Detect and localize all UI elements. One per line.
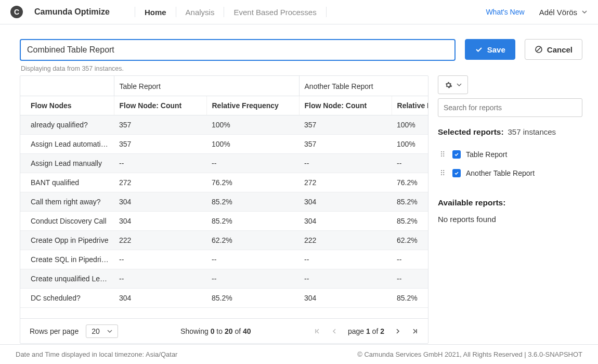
table-cell: 85.2% xyxy=(392,289,428,308)
chevron-down-icon xyxy=(581,9,588,15)
showing-text: Showing 0 to 20 of 40 xyxy=(180,327,251,335)
table-cell: DC scheduled? xyxy=(20,289,114,308)
page-first-button[interactable] xyxy=(314,328,321,335)
table-cell: 100% xyxy=(392,115,428,135)
col-count-2[interactable]: Flow Node: Count xyxy=(299,96,392,115)
combined-table: Table Report Another Table Report Flow N… xyxy=(20,75,428,344)
report-config-sidebar: Selected reports: 357 instances ⠿Table R… xyxy=(438,75,582,344)
table-row: Conduct Discovery Call30485.2%30485.2% xyxy=(20,212,428,231)
title-bar: Displaying data from 357 instances. Save… xyxy=(0,24,598,75)
table-cell: 272 xyxy=(299,173,392,192)
timezone-text: Date and Time displayed in local timezon… xyxy=(16,350,177,358)
report-title-input[interactable] xyxy=(20,39,456,61)
table-cell: Create SQL in Pipedrive xyxy=(20,250,114,269)
whats-new-link[interactable]: What's New xyxy=(486,8,524,16)
table-cell: 85.2% xyxy=(206,289,299,308)
table-cell: -- xyxy=(299,154,392,173)
page-next-button[interactable] xyxy=(395,328,401,334)
table-cell: 357 xyxy=(114,115,206,135)
rows-per-page-select[interactable]: 20 xyxy=(86,324,118,338)
report-checkbox[interactable] xyxy=(452,169,461,177)
cancel-button-label: Cancel xyxy=(547,45,573,54)
table-cell: -- xyxy=(114,250,206,269)
table-cell: 62.2% xyxy=(392,231,428,250)
no-reports-found: No reports found xyxy=(438,215,582,224)
table-cell: 222 xyxy=(299,231,392,250)
table-cell: -- xyxy=(206,250,299,269)
table-cell: 357 xyxy=(299,135,392,154)
header-group-2: Another Table Report xyxy=(299,76,428,96)
table-cell: 304 xyxy=(299,289,392,308)
table-row: DC scheduled?30485.2%30485.2% xyxy=(20,289,428,308)
table-cell: -- xyxy=(392,154,428,173)
table-cell: -- xyxy=(299,250,392,269)
table-cell: -- xyxy=(114,154,206,173)
col-flow-nodes[interactable]: Flow Nodes xyxy=(20,96,114,115)
table-cell: Conduct Discovery Call xyxy=(20,212,114,231)
table-cell: -- xyxy=(206,154,299,173)
drag-handle-icon[interactable]: ⠿ xyxy=(440,153,447,156)
table-cell: already qualified? xyxy=(20,115,114,135)
table-cell: 100% xyxy=(392,135,428,154)
table-cell: 357 xyxy=(114,135,206,154)
table-row: Create Opp in Pipedrive22262.2%22262.2% xyxy=(20,231,428,250)
user-name: Adél Vörös xyxy=(539,8,577,17)
page-prev-button[interactable] xyxy=(331,328,337,334)
check-icon xyxy=(475,45,483,54)
table-row: already qualified?357100%357100% xyxy=(20,115,428,135)
table-cell: Assign Lead automatic... xyxy=(20,135,114,154)
search-reports-input[interactable] xyxy=(438,98,582,117)
nav-tab-event-based-processes[interactable]: Event Based Processes xyxy=(233,8,316,17)
table-cell: 272 xyxy=(114,173,206,192)
nav-tab-home[interactable]: Home xyxy=(145,8,166,17)
drag-handle-icon[interactable]: ⠿ xyxy=(440,172,447,175)
cancel-button[interactable]: Cancel xyxy=(525,39,582,60)
available-reports-label: Available reports: xyxy=(438,198,505,207)
table-cell: 357 xyxy=(299,115,392,135)
nav-separator xyxy=(326,7,327,17)
table-cell: Create unqualified Lea... xyxy=(20,269,114,289)
col-count-1[interactable]: Flow Node: Count xyxy=(114,96,206,115)
page-last-button[interactable] xyxy=(411,328,419,335)
table-row: Assign Lead automatic...357100%357100% xyxy=(20,135,428,154)
table-row: Create SQL in Pipedrive-------- xyxy=(20,250,428,269)
report-item-label: Table Report xyxy=(466,150,507,159)
table-cell: 304 xyxy=(114,212,206,231)
table-cell: 304 xyxy=(114,192,206,212)
table-cell: 76.2% xyxy=(392,173,428,192)
page-text: page 1 of 2 xyxy=(348,327,384,335)
table-footer: Rows per page 20 Showing 0 to 20 of 40 p… xyxy=(20,318,428,343)
selected-report-item: ⠿Another Table Report xyxy=(438,164,582,183)
table-cell: 304 xyxy=(114,289,206,308)
chevron-down-icon xyxy=(107,329,112,334)
app-header: C Camunda Optimize Home Analysis Event B… xyxy=(0,0,598,24)
header-blank xyxy=(20,76,114,96)
chevron-right-icon xyxy=(395,328,401,334)
nav-separator xyxy=(176,7,176,17)
selected-report-item: ⠿Table Report xyxy=(438,145,582,164)
selected-reports-label: Selected reports: xyxy=(438,127,504,136)
table-cell: 62.2% xyxy=(206,231,299,250)
table-cell: 85.2% xyxy=(392,192,428,212)
user-menu[interactable]: Adél Vörös xyxy=(539,8,588,17)
nav-tab-analysis[interactable]: Analysis xyxy=(186,8,215,17)
table-cell: 304 xyxy=(299,192,392,212)
report-checkbox[interactable] xyxy=(452,150,461,159)
table-cell: -- xyxy=(392,269,428,289)
col-relfreq-1[interactable]: Relative Frequency xyxy=(206,96,299,115)
table-cell: 222 xyxy=(114,231,206,250)
rows-per-page-value: 20 xyxy=(92,327,100,335)
table-cell: Call them right away? xyxy=(20,192,114,212)
table-row: Assign Lead manually-------- xyxy=(20,154,428,173)
page-first-icon xyxy=(314,328,321,335)
settings-dropdown-button[interactable] xyxy=(438,75,468,94)
save-button-label: Save xyxy=(487,45,505,54)
table-cell: 76.2% xyxy=(206,173,299,192)
nav-separator xyxy=(224,7,224,17)
table-cell: -- xyxy=(206,269,299,289)
save-button[interactable]: Save xyxy=(465,39,515,60)
svg-line-1 xyxy=(537,48,540,51)
report-item-label: Another Table Report xyxy=(466,169,535,177)
col-relfreq-2[interactable]: Relative Fre xyxy=(392,96,428,115)
chevron-down-icon xyxy=(457,82,462,87)
